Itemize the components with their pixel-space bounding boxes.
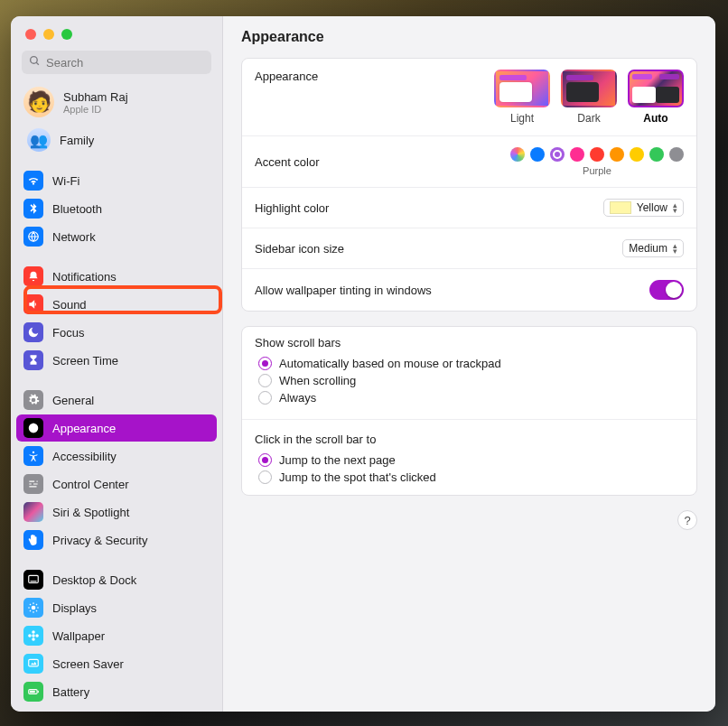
hourglass-icon	[23, 350, 43, 370]
sidebar-item-focus[interactable]: Focus	[16, 319, 217, 346]
svg-point-0	[31, 57, 38, 64]
search-input[interactable]	[46, 56, 204, 70]
globe-icon	[23, 227, 43, 247]
sidebar-item-label: Battery	[52, 685, 89, 699]
show-scroll-bars-option[interactable]: Always	[255, 389, 684, 406]
account-sub: Apple ID	[63, 104, 128, 115]
wallpaper-tint-label: Allow wallpaper tinting in windows	[255, 284, 432, 297]
hand-icon	[23, 530, 43, 550]
sidebar-item-label: Siri & Spotlight	[52, 506, 129, 519]
main-content: Appearance Appearance LightDarkAuto Acce…	[223, 16, 715, 712]
sidebar-item-displays[interactable]: Displays	[16, 594, 217, 621]
chevron-updown-icon: ▴▾	[673, 202, 677, 213]
sidebar-item-network[interactable]: Network	[16, 223, 217, 250]
accent-dot-multicolor[interactable]	[510, 147, 525, 162]
accent-color-picker	[510, 147, 684, 162]
sidebar-item-general[interactable]: General	[16, 386, 217, 414]
speaker-icon	[23, 294, 43, 314]
radio-label: Always	[279, 391, 316, 405]
scroll-click-title: Click in the scroll bar to	[255, 433, 684, 446]
window-controls	[11, 16, 222, 51]
radio-label: Automatically based on mouse or trackpad	[279, 357, 501, 370]
sidebar-icon-size-select[interactable]: Medium ▴▾	[622, 239, 684, 257]
svg-point-8	[32, 606, 36, 610]
svg-rect-16	[38, 691, 39, 693]
theme-option-light[interactable]: Light	[494, 70, 550, 125]
close-icon[interactable]	[25, 29, 36, 40]
highlight-value: Yellow	[637, 201, 667, 214]
sidebar-item-label: Displays	[52, 601, 97, 615]
sidebar-item-label: Network	[52, 230, 96, 244]
appearance-row-label: Appearance	[255, 70, 318, 83]
family-row[interactable]: 👥 Family	[16, 125, 217, 155]
apple-id-row[interactable]: 🧑 Subham Raj Apple ID	[16, 83, 217, 121]
battery-icon	[23, 682, 43, 702]
sidebar-item-sound[interactable]: Sound	[16, 291, 217, 318]
theme-label: Auto	[628, 112, 684, 125]
search-field[interactable]	[22, 51, 211, 74]
sidebar-item-accessibility[interactable]: Accessibility	[16, 442, 217, 470]
sidebar-item-privacy[interactable]: Privacy & Security	[16, 526, 217, 554]
show-scroll-bars-group: Show scroll bars Automatically based on …	[242, 327, 696, 415]
accent-dot-purple[interactable]	[550, 147, 565, 162]
show-scroll-bars-title: Show scroll bars	[255, 336, 684, 349]
sidebar-item-notifications[interactable]: Notifications	[16, 263, 217, 290]
highlight-swatch	[610, 201, 631, 214]
accent-dot-graphite[interactable]	[669, 147, 684, 162]
accent-dot-blue[interactable]	[530, 147, 545, 162]
sidebar-item-bluetooth[interactable]: Bluetooth	[16, 195, 217, 222]
radio-label: When scrolling	[279, 374, 356, 387]
show-scroll-bars-option[interactable]: Automatically based on mouse or trackpad	[255, 355, 684, 372]
sidebar-item-screen-time[interactable]: Screen Time	[16, 347, 217, 374]
appearance-icon	[23, 418, 43, 438]
sidebar-item-appearance[interactable]: Appearance	[16, 414, 217, 442]
theme-thumb-light	[494, 70, 550, 107]
scroll-click-group: Click in the scroll bar to Jump to the n…	[242, 424, 696, 495]
sidebar-item-label: Wallpaper	[52, 629, 105, 643]
scroll-click-option[interactable]: Jump to the spot that's clicked	[255, 469, 684, 486]
page-title: Appearance	[241, 29, 697, 45]
radio-icon	[258, 470, 272, 484]
search-icon	[29, 55, 41, 70]
wifi-icon	[23, 171, 43, 191]
gear-icon	[23, 390, 43, 410]
sidebar-item-screen-saver[interactable]: Screen Saver	[16, 650, 217, 677]
svg-point-5	[29, 507, 39, 517]
radio-icon	[258, 453, 272, 467]
accent-dot-red[interactable]	[590, 147, 604, 162]
zoom-icon[interactable]	[61, 29, 72, 40]
accent-dot-yellow[interactable]	[630, 147, 644, 162]
theme-label: Light	[494, 112, 550, 125]
accent-selected-name: Purple	[583, 165, 611, 176]
theme-option-auto[interactable]: Auto	[628, 70, 684, 125]
sidebar-item-label: Desktop & Dock	[52, 573, 136, 587]
sidebar-item-label: Bluetooth	[52, 202, 102, 216]
sidebar-item-wifi[interactable]: Wi-Fi	[16, 167, 217, 194]
sidebar-item-wallpaper[interactable]: Wallpaper	[16, 622, 217, 649]
show-scroll-bars-option[interactable]: When scrolling	[255, 372, 684, 389]
radio-icon	[258, 357, 272, 370]
svg-rect-14	[29, 659, 39, 666]
radio-icon	[258, 374, 272, 387]
help-button[interactable]: ?	[677, 510, 697, 530]
accent-dot-green[interactable]	[649, 147, 664, 162]
wallpaper-tint-toggle[interactable]	[649, 280, 684, 300]
accent-dot-pink[interactable]	[570, 147, 584, 162]
highlight-color-select[interactable]: Yellow ▴▾	[603, 199, 684, 217]
svg-point-4	[33, 451, 34, 453]
theme-option-dark[interactable]: Dark	[561, 70, 617, 125]
sidebar-item-battery[interactable]: Battery	[16, 678, 217, 705]
system-settings-window: 🧑 Subham Raj Apple ID 👥 Family Wi-FiBlue…	[11, 16, 715, 712]
sidebar-item-siri[interactable]: Siri & Spotlight	[16, 498, 217, 526]
accent-dot-orange[interactable]	[610, 147, 624, 162]
sidebar-item-desktop-dock[interactable]: Desktop & Dock	[16, 566, 217, 593]
theme-options: LightDarkAuto	[494, 70, 684, 125]
scroll-click-option[interactable]: Jump to the next page	[255, 451, 684, 469]
minimize-icon[interactable]	[43, 29, 54, 40]
svg-point-10	[32, 630, 35, 634]
sidebar-item-label: General	[52, 394, 94, 407]
sidebar-item-label: Screen Saver	[52, 657, 124, 671]
accessibility-icon	[23, 446, 43, 466]
sidebar-item-label: Wi-Fi	[52, 174, 79, 188]
sidebar-item-control-center[interactable]: Control Center	[16, 470, 217, 498]
